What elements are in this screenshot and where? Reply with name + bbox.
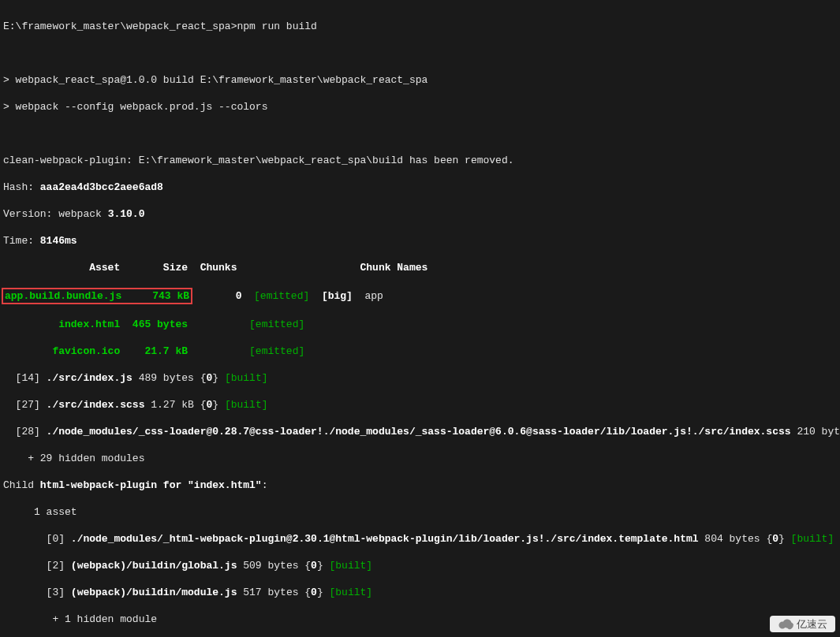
hidden-modules-line: + 29 hidden modules (3, 452, 837, 465)
watermark-text: 亿速云 (797, 617, 827, 631)
asset-row: favicon.ico 21.7 kB [emitted] (3, 345, 837, 358)
hidden-modules-line: + 1 hidden module (3, 613, 837, 626)
module-line: [27] ./src/index.scss 1.27 kB {0} [built… (3, 398, 837, 412)
module-line: [0] ./node_modules/_html-webpack-plugin@… (3, 532, 837, 546)
child-asset-line: 1 asset (3, 505, 837, 519)
watermark-badge: 亿速云 (770, 616, 835, 632)
time-line: Time: 8146ms (3, 234, 837, 248)
highlight-box: app.build.bundle.js 743 kB (2, 288, 192, 304)
asset-row-bundle: app.build.bundle.js 743 kB 0 [emitted] [… (3, 288, 837, 304)
version-line: Version: webpack 3.10.0 (3, 207, 837, 221)
module-line: [3] (webpack)/buildin/module.js 517 byte… (3, 586, 837, 599)
module-line: [2] (webpack)/buildin/global.js 509 byte… (3, 559, 837, 572)
npm-script-line: > webpack --config webpack.prod.js --col… (3, 100, 837, 114)
clean-plugin-line: clean-webpack-plugin: E:\framework_maste… (3, 154, 837, 167)
npm-script-line: > webpack_react_spa@1.0.0 build E:\frame… (3, 73, 837, 87)
cloud-icon (778, 619, 793, 630)
hash-line: Hash: aaa2ea4d3bcc2aee6ad8 (3, 181, 837, 194)
asset-row: index.html 465 bytes [emitted] (3, 318, 837, 331)
terminal-output: E:\framework_master\webpack_react_spa>np… (0, 0, 840, 637)
module-line: [14] ./src/index.js 489 bytes {0} [built… (3, 371, 837, 385)
asset-header: Asset Size Chunks Chunk Names (3, 261, 837, 274)
module-line: [28] ./node_modules/_css-loader@0.28.7@c… (3, 425, 837, 438)
child-plugin-line: Child html-webpack-plugin for "index.htm… (3, 479, 837, 492)
prompt-line: E:\framework_master\webpack_react_spa>np… (3, 20, 837, 33)
